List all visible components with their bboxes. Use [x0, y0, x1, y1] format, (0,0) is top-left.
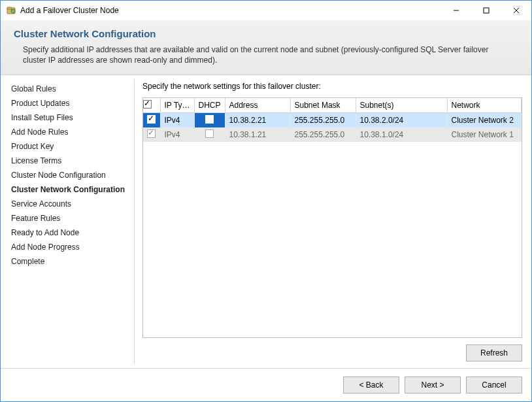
cancel-button[interactable]: Cancel [466, 377, 522, 394]
page-description: Specify additional IP addresses that are… [23, 44, 493, 65]
wizard-sidebar: Global RulesProduct UpdatesInstall Setup… [1, 75, 134, 368]
cell-network: Cluster Network 1 [447, 127, 521, 142]
cell-iptype: IPv4 [160, 113, 194, 127]
header-checkbox[interactable] [143, 100, 152, 109]
cell-network: Cluster Network 2 [447, 113, 521, 127]
cell-subnets: 10.38.2.0/24 [356, 113, 447, 127]
back-button[interactable]: < Back [343, 377, 399, 394]
sidebar-item[interactable]: Cluster Node Configuration [10, 168, 129, 182]
col-header-subnetmask[interactable]: Subnet Mask [290, 98, 356, 113]
row-checkbox-cell[interactable] [143, 113, 160, 127]
sidebar-item[interactable]: Complete [10, 254, 129, 269]
wizard-footer: < Back Next > Cancel [1, 368, 531, 401]
main-instruction: Specify the network settings for this fa… [142, 82, 522, 91]
cell-subnetmask: 255.255.255.0 [290, 127, 356, 142]
grid-row[interactable]: IPv410.38.2.21255.255.255.010.38.2.0/24C… [143, 113, 522, 127]
dhcp-checkbox[interactable] [205, 115, 214, 124]
refresh-row: Refresh [142, 338, 522, 361]
col-header-network[interactable]: Network [447, 98, 521, 113]
minimize-button[interactable] [441, 1, 471, 20]
main-panel: Specify the network settings for this fa… [135, 75, 531, 368]
installer-window: Add a Failover Cluster Node Cluster Netw… [0, 0, 532, 402]
app-icon [6, 5, 16, 16]
svg-rect-4 [484, 8, 489, 13]
page-title: Cluster Network Configuration [14, 28, 518, 39]
maximize-button[interactable] [471, 1, 501, 20]
cell-address: 10.38.2.21 [225, 113, 290, 127]
grid-row[interactable]: IPv410.38.1.21255.255.255.010.38.1.0/24C… [143, 127, 522, 142]
sidebar-item[interactable]: Product Key [10, 139, 129, 154]
grid-header-row: IP Ty… DHCP Address Subnet Mask Subnet(s… [143, 98, 522, 113]
body-area: Global RulesProduct UpdatesInstall Setup… [1, 75, 531, 368]
col-header-subnets[interactable]: Subnet(s) [356, 98, 447, 113]
sidebar-item[interactable]: Service Accounts [10, 197, 129, 211]
svg-point-2 [11, 9, 15, 13]
titlebar: Add a Failover Cluster Node [1, 1, 531, 20]
col-header-address[interactable]: Address [225, 98, 290, 113]
header-panel: Cluster Network Configuration Specify ad… [1, 20, 531, 75]
cell-iptype: IPv4 [160, 127, 194, 142]
sidebar-item[interactable]: Add Node Rules [10, 125, 129, 139]
cell-address: 10.38.1.21 [225, 127, 290, 142]
dhcp-checkbox[interactable] [205, 129, 214, 138]
sidebar-item[interactable]: Cluster Network Configuration [10, 182, 129, 197]
col-header-dhcp[interactable]: DHCP [194, 98, 225, 113]
sidebar-item[interactable]: Install Setup Files [10, 110, 129, 125]
col-header-iptype[interactable]: IP Ty… [160, 98, 194, 113]
cell-dhcp[interactable] [194, 113, 225, 127]
cell-subnetmask: 255.255.255.0 [290, 113, 356, 127]
sidebar-item[interactable]: Product Updates [10, 96, 129, 110]
cell-subnets: 10.38.1.0/24 [356, 127, 447, 142]
sidebar-item[interactable]: Ready to Add Node [10, 226, 129, 240]
network-grid: IP Ty… DHCP Address Subnet Mask Subnet(s… [142, 97, 522, 338]
sidebar-item[interactable]: License Terms [10, 154, 129, 168]
next-button[interactable]: Next > [405, 377, 461, 394]
col-header-check[interactable] [143, 98, 160, 113]
close-button[interactable] [501, 1, 531, 20]
row-checkbox[interactable] [147, 115, 156, 124]
window-title: Add a Failover Cluster Node [20, 6, 119, 15]
refresh-button[interactable]: Refresh [466, 344, 522, 361]
row-checkbox[interactable] [147, 129, 156, 138]
cell-dhcp[interactable] [194, 127, 225, 142]
sidebar-item[interactable]: Feature Rules [10, 211, 129, 226]
svg-rect-1 [7, 7, 12, 9]
sidebar-item[interactable]: Add Node Progress [10, 240, 129, 254]
sidebar-item[interactable]: Global Rules [10, 82, 129, 96]
row-checkbox-cell[interactable] [143, 127, 160, 142]
